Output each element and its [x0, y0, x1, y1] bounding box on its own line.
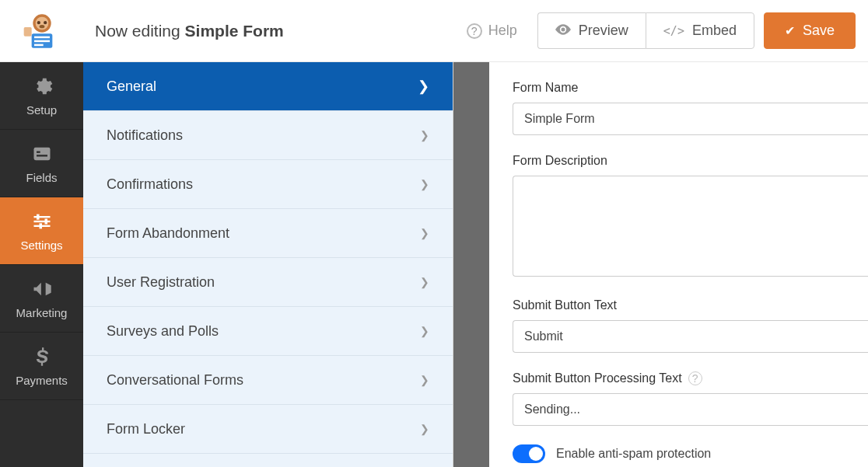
settings-row-label: Confirmations	[107, 176, 193, 193]
settings-row-conversational-forms[interactable]: Conversational Forms ❯	[83, 356, 453, 405]
embed-button[interactable]: </> Embed	[646, 12, 754, 49]
antispam-label: Enable anti-spam protection	[556, 447, 711, 461]
svg-rect-18	[39, 223, 42, 228]
save-button[interactable]: ✔ Save	[764, 12, 856, 49]
settings-row-label: General	[107, 78, 156, 95]
sidebar-item-setup[interactable]: Setup	[0, 62, 83, 130]
help-label: Help	[488, 23, 517, 39]
editing-title: Now editing Simple Form	[72, 22, 467, 40]
sidebar-item-label: Setup	[26, 103, 57, 117]
wpforms-logo-icon	[23, 12, 61, 51]
sidebar-item-label: Settings	[20, 239, 62, 252]
check-icon: ✔	[785, 23, 795, 38]
svg-rect-13	[33, 216, 50, 218]
dollar-icon	[31, 346, 53, 368]
submit-text-label: Submit Button Text	[513, 298, 868, 312]
embed-label: Embed	[692, 23, 737, 39]
antispam-toggle[interactable]	[513, 444, 545, 463]
settings-row-form-locker[interactable]: Form Locker ❯	[83, 405, 453, 454]
settings-row-label: Conversational Forms	[107, 372, 243, 389]
help-icon[interactable]: ?	[688, 371, 702, 385]
left-sidebar: Setup Fields Settings Marketing Payments	[0, 62, 83, 467]
submit-processing-input[interactable]	[513, 393, 868, 426]
svg-rect-10	[33, 147, 50, 159]
svg-rect-6	[34, 36, 50, 38]
svg-rect-14	[33, 220, 50, 221]
settings-row-general[interactable]: General ❯	[83, 62, 453, 111]
sidebar-item-settings[interactable]: Settings	[0, 197, 83, 265]
eye-icon	[555, 24, 571, 38]
chevron-right-icon: ❯	[420, 374, 429, 386]
settings-row-user-registration[interactable]: User Registration ❯	[83, 258, 453, 307]
sidebar-item-payments[interactable]: Payments	[0, 333, 83, 400]
sidebar-item-marketing[interactable]: Marketing	[0, 265, 83, 333]
settings-row-label: Surveys and Polls	[107, 323, 219, 340]
save-label: Save	[803, 23, 835, 39]
settings-row-label: Form Abandonment	[107, 225, 229, 242]
antispam-toggle-row: Enable anti-spam protection	[513, 444, 868, 463]
settings-row-label: Form Locker	[107, 421, 185, 437]
field-submit-text: Submit Button Text	[513, 298, 868, 353]
sliders-icon	[31, 211, 53, 232]
settings-panel: General ❯ Notifications ❯ Confirmations …	[83, 62, 453, 467]
settings-row-surveys-polls[interactable]: Surveys and Polls ❯	[83, 307, 453, 356]
settings-row-notifications[interactable]: Notifications ❯	[83, 111, 453, 160]
sidebar-item-label: Payments	[16, 374, 68, 387]
form-name-input[interactable]	[513, 103, 868, 135]
preview-embed-group: Preview </> Embed	[537, 12, 754, 49]
chevron-right-icon: ❯	[420, 178, 429, 190]
svg-rect-16	[37, 214, 40, 219]
submit-processing-label: Submit Button Processing Text ?	[513, 371, 868, 385]
chevron-right-icon: ❯	[420, 423, 429, 435]
help-icon: ?	[467, 23, 482, 39]
form-desc-label: Form Description	[513, 154, 868, 168]
gear-icon	[31, 75, 53, 97]
chevron-right-icon: ❯	[420, 276, 429, 288]
bullhorn-icon	[31, 278, 53, 300]
svg-rect-7	[34, 40, 50, 42]
svg-rect-8	[34, 44, 44, 46]
topbar-actions: ? Help Preview </> Embed ✔ Save	[467, 12, 856, 49]
app-logo	[12, 12, 72, 51]
settings-row-label: User Registration	[107, 274, 215, 291]
preview-gap	[453, 62, 489, 467]
sidebar-item-fields[interactable]: Fields	[0, 130, 83, 197]
preview-button[interactable]: Preview	[537, 12, 646, 49]
form-name-label: Form Name	[513, 81, 868, 95]
field-submit-processing: Submit Button Processing Text ?	[513, 371, 868, 426]
submit-text-input[interactable]	[513, 320, 868, 353]
svg-point-3	[44, 21, 47, 24]
sidebar-item-label: Fields	[26, 171, 57, 184]
form-icon	[31, 143, 53, 165]
svg-rect-9	[24, 27, 32, 37]
title-prefix: Now editing	[95, 22, 185, 40]
title-form-name: Simple Form	[185, 22, 284, 40]
chevron-right-icon: ❯	[420, 227, 429, 239]
svg-rect-12	[37, 155, 47, 156]
preview-label: Preview	[579, 23, 628, 39]
main-area: Setup Fields Settings Marketing Payments…	[0, 62, 868, 467]
settings-row-confirmations[interactable]: Confirmations ❯	[83, 160, 453, 209]
svg-point-4	[40, 25, 45, 28]
form-desc-input[interactable]	[513, 176, 868, 277]
field-form-name: Form Name	[513, 81, 868, 135]
chevron-right-icon: ❯	[420, 325, 429, 337]
help-link[interactable]: ? Help	[467, 23, 517, 39]
svg-point-2	[37, 21, 40, 24]
code-icon: </>	[663, 24, 684, 38]
chevron-right-icon: ❯	[420, 129, 429, 141]
chevron-right-icon: ❯	[418, 78, 429, 95]
svg-rect-17	[44, 218, 47, 224]
form-settings-panel: Form Name Form Description Submit Button…	[489, 62, 868, 467]
field-form-description: Form Description	[513, 154, 868, 280]
settings-row-form-abandonment[interactable]: Form Abandonment ❯	[83, 209, 453, 258]
svg-rect-11	[37, 151, 40, 152]
top-bar: Now editing Simple Form ? Help Preview <…	[0, 0, 868, 62]
sidebar-item-label: Marketing	[16, 306, 68, 319]
settings-row-label: Notifications	[107, 127, 183, 144]
